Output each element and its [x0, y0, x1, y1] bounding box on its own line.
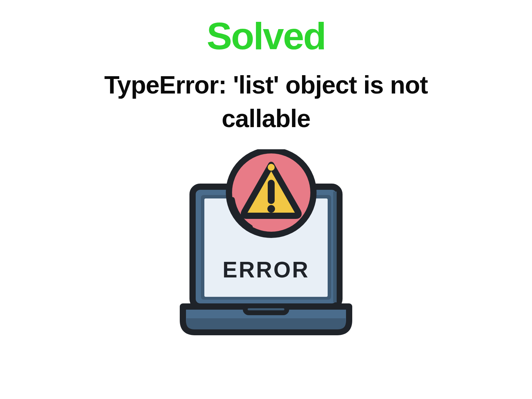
svg-rect-5 [245, 306, 287, 313]
svg-rect-3 [333, 192, 337, 302]
error-message-heading: TypeError: 'list' object is not callable [58, 68, 474, 135]
error-laptop-illustration: ERROR [176, 149, 356, 343]
laptop-error-icon: ERROR [176, 149, 356, 343]
solved-heading: Solved [207, 14, 326, 58]
svg-text:ERROR: ERROR [222, 257, 309, 282]
svg-point-9 [267, 205, 275, 213]
svg-point-7 [268, 164, 275, 171]
